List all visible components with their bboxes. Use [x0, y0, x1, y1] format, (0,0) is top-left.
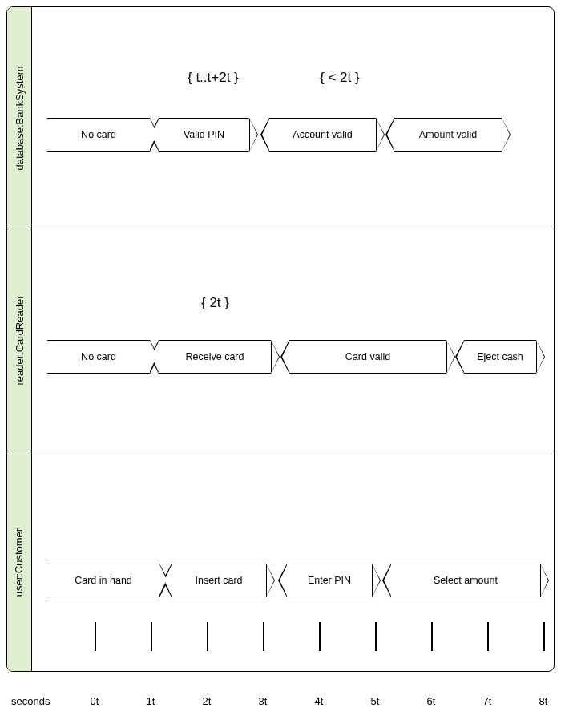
- lane-title-user: user:Customer: [14, 528, 26, 596]
- state-reader-no-card: No card: [47, 340, 150, 374]
- axis-tick-8: 8t: [534, 695, 553, 707]
- tick-1: [151, 622, 152, 651]
- tick-4: [319, 622, 321, 651]
- constraint-bank-2: { < 2t }: [320, 70, 360, 86]
- tick-5: [375, 622, 377, 651]
- state-user-select-amount: Select amount: [382, 564, 549, 597]
- state-user-insert-card: Insert card: [163, 564, 275, 597]
- timing-diagram-frame: database:BankSystem { t..t+2t } { < 2t }…: [6, 6, 555, 672]
- state-bank-no-card: No card: [47, 118, 150, 152]
- axis-tick-7: 7t: [478, 695, 497, 707]
- axis-tick-0: 0t: [85, 695, 104, 707]
- state-bank-valid-pin: Valid PIN: [150, 118, 258, 152]
- lane-title-reader: reader:CardReader: [14, 295, 26, 385]
- tick-8: [543, 622, 545, 651]
- axis-tick-3: 3t: [253, 695, 272, 707]
- tick-0: [95, 622, 96, 651]
- axis-tick-2: 2t: [197, 695, 216, 707]
- tick-3: [263, 622, 264, 651]
- axis-tick-6: 6t: [422, 695, 441, 707]
- lane-title-bank: database:BankSystem: [14, 66, 26, 170]
- state-user-card-in-hand: Card in hand: [47, 564, 159, 597]
- axis-tick-1: 1t: [141, 695, 160, 707]
- lane-bank: database:BankSystem { t..t+2t } { < 2t }…: [7, 7, 554, 229]
- state-reader-receive-card: Receive card: [150, 340, 280, 374]
- lane-header-reader: reader:CardReader: [7, 229, 32, 451]
- tick-2: [207, 622, 208, 651]
- state-user-enter-pin: Enter PIN: [278, 564, 381, 597]
- state-reader-card-valid: Card valid: [280, 340, 455, 374]
- lane-reader: reader:CardReader { 2t } No card Receive…: [7, 229, 554, 451]
- axis-tick-5: 5t: [365, 695, 385, 707]
- constraint-reader-1: { 2t }: [201, 295, 229, 311]
- state-reader-eject-cash: Eject cash: [455, 340, 545, 374]
- state-bank-account-valid: Account valid: [260, 118, 385, 152]
- axis-label-seconds: seconds: [11, 695, 50, 707]
- state-bank-amount-valid: Amount valid: [385, 118, 511, 152]
- lane-header-user: user:Customer: [7, 451, 32, 672]
- axis-tick-4: 4t: [309, 695, 329, 707]
- tick-6: [431, 622, 433, 651]
- lane-user: user:Customer Card in hand Insert card E…: [7, 451, 554, 672]
- lane-header-bank: database:BankSystem: [7, 7, 32, 229]
- constraint-bank-1: { t..t+2t }: [188, 70, 239, 86]
- tick-7: [487, 622, 489, 651]
